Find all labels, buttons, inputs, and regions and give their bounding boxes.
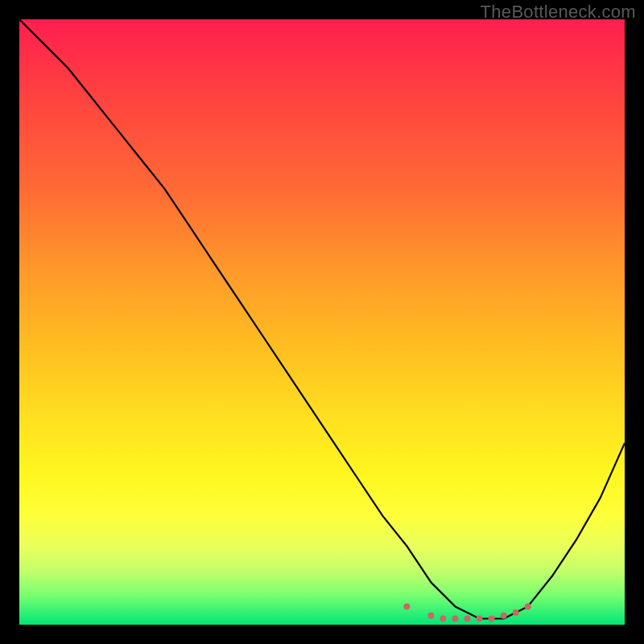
trough-marker	[489, 616, 495, 622]
trough-marker	[513, 609, 519, 616]
trough-marker	[403, 603, 410, 609]
watermark-text: TheBottleneck.com	[481, 2, 636, 23]
plot-area	[19, 19, 625, 625]
trough-marker	[452, 616, 458, 622]
chart-svg	[19, 19, 625, 625]
chart-canvas: TheBottleneck.com	[0, 0, 644, 644]
trough-marker	[464, 616, 471, 622]
trough-marker	[501, 613, 507, 619]
trough-marker	[427, 613, 434, 619]
trough-marker	[525, 603, 531, 609]
bottleneck-curve	[19, 19, 625, 619]
trough-marker	[440, 616, 446, 622]
trough-marker	[477, 616, 483, 622]
